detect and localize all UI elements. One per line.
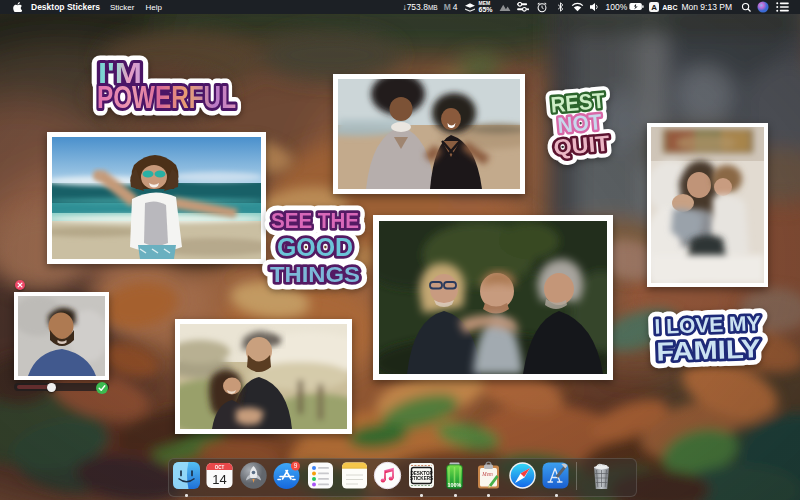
svg-text:FAMILY: FAMILY [656, 333, 761, 367]
svg-text:A: A [651, 3, 657, 12]
svg-text:14: 14 [212, 472, 226, 487]
svg-text:QUIT: QUIT [552, 130, 611, 160]
svg-text:100%: 100% [448, 482, 462, 488]
svg-text:Mem: Mem [481, 471, 493, 477]
svg-text:SEE THE: SEE THE [271, 208, 359, 233]
svg-text:9: 9 [294, 462, 298, 469]
svg-text:OCT: OCT [215, 465, 225, 470]
svg-text:DESKTOP: DESKTOP [410, 471, 432, 476]
svg-text:STICKERS: STICKERS [410, 476, 433, 481]
svg-text:GOOD: GOOD [277, 233, 353, 261]
svg-text:POWERFUL: POWERFUL [97, 79, 236, 115]
svg-text:THINGS: THINGS [270, 262, 360, 287]
